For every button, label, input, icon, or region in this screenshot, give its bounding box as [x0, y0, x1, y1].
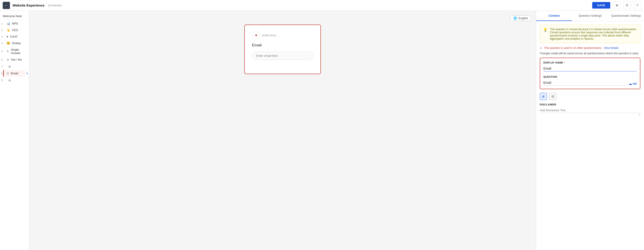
row-num-4: 4	[0, 42, 3, 44]
back-icon: ←	[4, 4, 8, 8]
icon-button-grid[interactable]: ⊞	[540, 93, 547, 100]
sidebar-item-csat[interactable]: ♥ CSAT	[3, 33, 29, 40]
survey-card: ✦ ACME Demo Email	[244, 24, 321, 74]
row-num-1: 1	[0, 22, 3, 25]
sidebar-row-9: 9 ▣	[0, 76, 29, 84]
yes-no-label: Yes / No	[11, 58, 22, 61]
sidebar-item-yes-no[interactable]: ⊙ Yes / No	[3, 56, 29, 63]
ces-icon: 👆	[6, 28, 10, 32]
welcome-note-label: Welcome Note	[0, 12, 29, 19]
row-num-3: 3	[0, 35, 3, 38]
sidebar-item-smiley[interactable]: 😊 Smiley	[3, 40, 29, 46]
sidebar-item-ces[interactable]: 👆 CES	[3, 27, 29, 33]
sidebar-item-email[interactable]: ⊙ Email	[3, 70, 25, 76]
ivr-badge: ☁ IVR	[629, 82, 637, 86]
warning-text: This question is used in 14 other questi…	[544, 46, 602, 50]
sidebar-row-2: 2 👆 CES	[0, 27, 29, 33]
view-details-link[interactable]: View Details	[604, 46, 619, 50]
csat-icon: ♥	[6, 35, 8, 38]
logo-circle: ✦	[252, 31, 260, 40]
disclaimer-input[interactable]	[540, 108, 640, 113]
monitor-icon: 🖥	[616, 4, 618, 7]
ivr-icon: ☁	[629, 82, 632, 86]
info-icon: 💡	[543, 28, 548, 40]
display-name-label: DISPLAY NAME *	[543, 61, 637, 64]
question-label: QUESTION	[543, 76, 637, 78]
save-button[interactable]: SAVE	[592, 2, 610, 8]
row-num-2: 2	[0, 29, 3, 32]
form-box: DISPLAY NAME * QUESTION ☁ IVR	[540, 58, 640, 89]
menu-button[interactable]: ☰	[623, 2, 631, 9]
display-name-input[interactable]	[543, 66, 637, 72]
nps-icon: 📊	[6, 22, 10, 25]
divider-icon-7: ▣	[8, 65, 11, 68]
network-icon: ⠿	[636, 4, 638, 7]
yes-no-icon: ⊙	[6, 58, 9, 61]
app-header: ← Website Experience (Unsaved) SAVE 🖥 ☰ …	[0, 0, 644, 11]
question-row: ☁ IVR	[543, 80, 637, 86]
survey-preview-area: 🌐 English ✦ ACME Demo Email	[29, 11, 536, 250]
network-button[interactable]: ⠿	[634, 2, 641, 9]
logo-symbol: ✦	[254, 33, 258, 38]
right-panel-body: 💡 This question is cloned because it is …	[536, 21, 644, 250]
row-num-6: 6	[0, 58, 3, 61]
warning-line: ⚠ This question is used in 14 other ques…	[540, 46, 640, 50]
question-input[interactable]	[543, 80, 627, 86]
changes-text: Changes made will be saved across all qu…	[540, 52, 640, 55]
sidebar-item-nps[interactable]: 📊 NPS	[3, 20, 29, 27]
single-answer-label: Single Answer	[11, 48, 26, 55]
grid-icon: ⊞	[542, 94, 545, 98]
monitor-button[interactable]: 🖥	[613, 2, 620, 9]
menu-icon: ☰	[626, 4, 628, 7]
sidebar-row-3: 3 ♥ CSAT	[0, 33, 29, 40]
survey-email-input[interactable]	[252, 52, 313, 60]
sidebar-item-single-answer[interactable]: ✎ Single Answer	[3, 46, 29, 56]
row-num-9: 9	[0, 79, 3, 82]
csat-label: CSAT	[10, 35, 18, 38]
email-sidebar-icon: ⊙	[6, 72, 9, 75]
warning-icon: ⚠	[540, 46, 542, 50]
right-settings-panel: Content Question Settings Questionnaire …	[536, 11, 644, 250]
survey-logo-area: ✦ ACME Demo	[252, 31, 313, 40]
ces-label: CES	[12, 28, 18, 32]
language-icon: 🌐	[514, 16, 517, 20]
row-num-5: 5	[0, 50, 3, 53]
icon-button-list[interactable]: ⊟	[549, 93, 556, 100]
ivr-label: IVR	[633, 82, 637, 85]
main-layout: Welcome Note 1 📊 NPS 2 👆 CES 3 ♥ CSAT	[0, 0, 644, 250]
email-sidebar-label: Email	[11, 72, 18, 75]
sidebar-item-7: ▣	[3, 63, 29, 70]
language-selector[interactable]: 🌐 English	[510, 15, 532, 21]
add-after-email-button[interactable]: +	[25, 72, 29, 76]
sidebar-item-9: ▣	[3, 76, 29, 84]
sidebar-row-1: 1 📊 NPS	[0, 20, 29, 27]
tab-questionnaire-settings[interactable]: Questionnaire Settings	[608, 11, 644, 21]
row-num-8: 8	[0, 72, 3, 75]
disclaimer-label: DISCLAIMER	[540, 103, 640, 106]
icon-buttons-row: ⊞ ⊟	[540, 93, 640, 100]
survey-email-title: Email	[252, 43, 313, 48]
smiley-icon: 😊	[6, 42, 10, 45]
row-num-7: 7	[0, 65, 3, 68]
list-icon: ⊟	[552, 94, 554, 98]
back-button[interactable]: ←	[3, 2, 10, 9]
question-sidebar: Welcome Note 1 📊 NPS 2 👆 CES 3 ♥ CSAT	[0, 11, 29, 250]
divider-icon-9: ▣	[8, 78, 11, 82]
settings-tabs: Content Question Settings Questionnaire …	[536, 11, 644, 21]
logo-text: ACME Demo	[262, 34, 276, 37]
nps-label: NPS	[12, 22, 18, 25]
single-answer-icon: ✎	[6, 50, 9, 53]
tab-question-settings[interactable]: Question Settings	[572, 11, 608, 21]
char-counter: 0	[540, 114, 640, 116]
sidebar-row-4: 4 😊 Smiley	[0, 40, 29, 46]
info-box-text: This question is cloned because it is sh…	[550, 28, 637, 40]
page-title: Website Experience	[12, 4, 44, 7]
sidebar-row-5: 5 ✎ Single Answer	[0, 46, 29, 56]
required-marker: *	[564, 61, 565, 64]
sidebar-row-7: 7 ▣	[0, 63, 29, 70]
unsaved-label: (Unsaved)	[48, 4, 62, 7]
clone-info-box: 💡 This question is cloned because it is …	[540, 25, 640, 43]
tab-content[interactable]: Content	[536, 11, 572, 21]
smiley-label: Smiley	[12, 42, 21, 45]
sidebar-row-8: 8 ⊙ Email +	[0, 70, 29, 76]
